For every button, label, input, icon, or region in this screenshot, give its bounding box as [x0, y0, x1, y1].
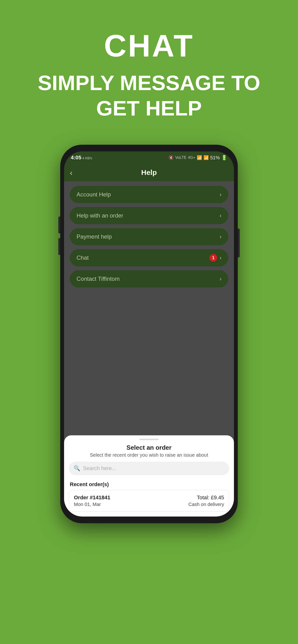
- order-date: Mon 01, Mar: [74, 502, 110, 507]
- menu-item-contact-label: Contact Tiffintom: [77, 276, 120, 282]
- chat-badge: 1: [209, 254, 217, 262]
- status-kb: 4 KB/s: [82, 156, 92, 160]
- menu-item-payment-help[interactable]: Payment help ›: [70, 228, 228, 245]
- chevron-right-icon: ›: [220, 191, 221, 198]
- search-input-placeholder: Search here...: [83, 465, 116, 472]
- menu-item-payment-help-right: ›: [220, 233, 221, 240]
- menu-list: Account Help › Help with an order › Paym…: [64, 181, 234, 292]
- sheet-subtitle: Select the recent order you wish to rais…: [64, 452, 234, 462]
- handle-bar: [139, 439, 159, 440]
- order-total: Total: £9.45: [188, 494, 224, 501]
- sheet-handle: [64, 435, 234, 442]
- volte-text: VoLTE: [175, 156, 186, 160]
- menu-item-chat-label: Chat: [77, 254, 89, 261]
- hero-title: CHAT: [104, 29, 194, 63]
- chevron-right-icon: ›: [220, 276, 221, 282]
- page-title: Help: [141, 168, 157, 176]
- signal-bars2: 📶: [203, 155, 209, 160]
- chevron-right-icon: ›: [220, 254, 221, 261]
- order-payment: Cash on delivery: [188, 502, 224, 507]
- gray-area: [64, 292, 234, 435]
- menu-item-contact-right: ›: [220, 276, 221, 282]
- menu-item-account-help[interactable]: Account Help ›: [70, 186, 228, 203]
- chevron-right-icon: ›: [220, 233, 221, 240]
- power-button[interactable]: [238, 228, 240, 257]
- screen-inner: 4:05 4 KB/s 🔇 VoLTE 4G+ 📶 📶 51% 🔋: [64, 152, 234, 516]
- app-header: ‹ Help: [64, 164, 234, 181]
- lte-text: 4G+: [188, 156, 195, 160]
- menu-item-help-order-label: Help with an order: [77, 212, 123, 219]
- battery-status: 51%: [210, 155, 220, 160]
- menu-item-help-order-right: ›: [220, 212, 221, 219]
- menu-item-payment-help-label: Payment help: [77, 233, 112, 240]
- signal-icon: 📶: [197, 155, 202, 160]
- status-time: 4:05: [71, 154, 81, 161]
- menu-item-chat-right: 1 ›: [209, 254, 221, 262]
- phone-screen: 4:05 4 KB/s 🔇 VoLTE 4G+ 📶 📶 51% 🔋: [64, 152, 234, 516]
- menu-item-chat[interactable]: Chat 1 ›: [70, 249, 228, 266]
- order-right: Total: £9.45 Cash on delivery: [188, 494, 224, 507]
- hero-subtitle: SIMPLY MESSAGE TO GET HELP: [0, 70, 298, 121]
- recent-orders-section: Recent order(s) Order #141841 Mon 01, Ma…: [64, 479, 234, 512]
- battery-icon: 🔋: [221, 155, 227, 160]
- search-icon: 🔍: [74, 465, 80, 472]
- chevron-right-icon: ›: [220, 212, 221, 219]
- order-card[interactable]: Order #141841 Mon 01, Mar Total: £9.45 C…: [69, 490, 229, 512]
- order-left: Order #141841 Mon 01, Mar: [74, 494, 110, 507]
- status-bar: 4:05 4 KB/s 🔇 VoLTE 4G+ 📶 📶 51% 🔋: [64, 152, 234, 164]
- mute-icon: 🔇: [169, 155, 174, 160]
- bottom-sheet: Select an order Select the recent order …: [64, 435, 234, 516]
- order-number: Order #141841: [74, 494, 110, 501]
- menu-item-help-order[interactable]: Help with an order ›: [70, 207, 228, 224]
- volume-up-button[interactable]: [58, 216, 60, 233]
- phone-frame: 4:05 4 KB/s 🔇 VoLTE 4G+ 📶 📶 51% 🔋: [60, 145, 238, 523]
- menu-item-account-help-label: Account Help: [77, 191, 111, 198]
- recent-orders-label: Recent order(s): [69, 479, 229, 490]
- back-button[interactable]: ‹: [70, 168, 72, 177]
- volume-down-button[interactable]: [58, 238, 60, 255]
- status-icons: 🔇 VoLTE 4G+ 📶 📶 51% 🔋: [169, 155, 227, 160]
- menu-item-account-help-right: ›: [220, 191, 221, 198]
- search-bar[interactable]: 🔍 Search here...: [69, 462, 229, 475]
- menu-item-contact[interactable]: Contact Tiffintom ›: [70, 270, 228, 288]
- phone-mockup: 4:05 4 KB/s 🔇 VoLTE 4G+ 📶 📶 51% 🔋: [60, 145, 238, 523]
- sheet-title: Select an order: [64, 442, 234, 452]
- hero-section: CHAT SIMPLY MESSAGE TO GET HELP: [0, 0, 298, 121]
